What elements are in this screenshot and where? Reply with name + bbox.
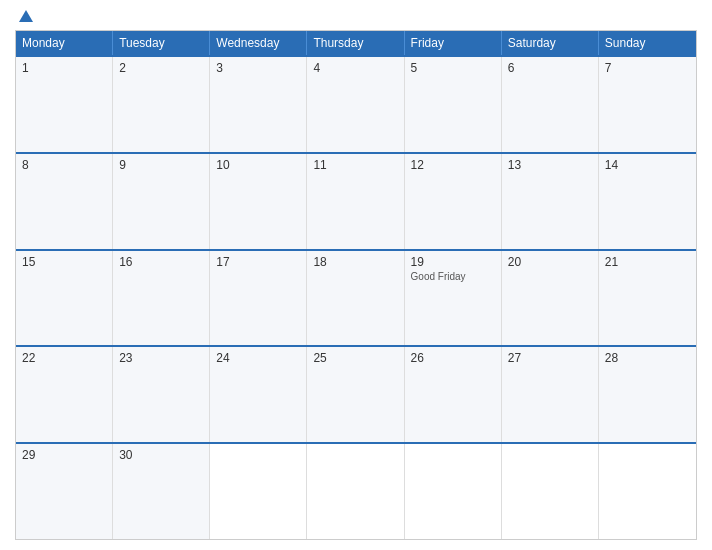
day-number: 16 bbox=[119, 255, 203, 269]
day-number: 28 bbox=[605, 351, 690, 365]
day-header-monday: Monday bbox=[16, 31, 113, 55]
cal-cell: 29 bbox=[16, 444, 113, 539]
day-number: 27 bbox=[508, 351, 592, 365]
cal-cell: 4 bbox=[307, 57, 404, 152]
logo bbox=[15, 10, 33, 22]
cal-cell: 9 bbox=[113, 154, 210, 249]
day-header-tuesday: Tuesday bbox=[113, 31, 210, 55]
day-number: 19 bbox=[411, 255, 495, 269]
day-number: 9 bbox=[119, 158, 203, 172]
cal-cell: 28 bbox=[599, 347, 696, 442]
day-number: 4 bbox=[313, 61, 397, 75]
cal-cell: 3 bbox=[210, 57, 307, 152]
cal-cell: 1 bbox=[16, 57, 113, 152]
holiday-label: Good Friday bbox=[411, 271, 495, 282]
cal-cell: 25 bbox=[307, 347, 404, 442]
day-number: 11 bbox=[313, 158, 397, 172]
day-header-friday: Friday bbox=[405, 31, 502, 55]
cal-cell: 20 bbox=[502, 251, 599, 346]
week-row-4: 22232425262728 bbox=[16, 345, 696, 442]
cal-cell: 27 bbox=[502, 347, 599, 442]
day-number: 21 bbox=[605, 255, 690, 269]
day-number: 17 bbox=[216, 255, 300, 269]
day-number: 12 bbox=[411, 158, 495, 172]
cal-cell: 2 bbox=[113, 57, 210, 152]
week-row-2: 891011121314 bbox=[16, 152, 696, 249]
cal-cell: 30 bbox=[113, 444, 210, 539]
cal-cell bbox=[307, 444, 404, 539]
cal-cell: 10 bbox=[210, 154, 307, 249]
cal-cell bbox=[599, 444, 696, 539]
cal-cell: 17 bbox=[210, 251, 307, 346]
cal-cell bbox=[405, 444, 502, 539]
cal-cell: 11 bbox=[307, 154, 404, 249]
cal-cell: 15 bbox=[16, 251, 113, 346]
day-header-saturday: Saturday bbox=[502, 31, 599, 55]
day-number: 22 bbox=[22, 351, 106, 365]
day-number: 24 bbox=[216, 351, 300, 365]
day-number: 14 bbox=[605, 158, 690, 172]
day-number: 1 bbox=[22, 61, 106, 75]
day-number: 6 bbox=[508, 61, 592, 75]
day-header-thursday: Thursday bbox=[307, 31, 404, 55]
logo-triangle-icon bbox=[19, 10, 33, 22]
day-number: 3 bbox=[216, 61, 300, 75]
cal-cell bbox=[210, 444, 307, 539]
day-number: 5 bbox=[411, 61, 495, 75]
cal-cell: 14 bbox=[599, 154, 696, 249]
cal-cell: 22 bbox=[16, 347, 113, 442]
day-number: 8 bbox=[22, 158, 106, 172]
cal-cell: 24 bbox=[210, 347, 307, 442]
day-number: 30 bbox=[119, 448, 203, 462]
cal-cell: 23 bbox=[113, 347, 210, 442]
cal-cell bbox=[502, 444, 599, 539]
day-number: 20 bbox=[508, 255, 592, 269]
week-row-5: 2930 bbox=[16, 442, 696, 539]
cal-cell: 6 bbox=[502, 57, 599, 152]
header bbox=[15, 10, 697, 22]
day-number: 15 bbox=[22, 255, 106, 269]
calendar-body: 12345678910111213141516171819Good Friday… bbox=[16, 55, 696, 539]
day-number: 13 bbox=[508, 158, 592, 172]
cal-cell: 16 bbox=[113, 251, 210, 346]
cal-cell: 18 bbox=[307, 251, 404, 346]
cal-cell: 5 bbox=[405, 57, 502, 152]
cal-cell: 7 bbox=[599, 57, 696, 152]
day-number: 18 bbox=[313, 255, 397, 269]
day-number: 29 bbox=[22, 448, 106, 462]
day-number: 2 bbox=[119, 61, 203, 75]
calendar-header-row: MondayTuesdayWednesdayThursdayFridaySatu… bbox=[16, 31, 696, 55]
calendar: MondayTuesdayWednesdayThursdayFridaySatu… bbox=[15, 30, 697, 540]
day-number: 10 bbox=[216, 158, 300, 172]
day-number: 26 bbox=[411, 351, 495, 365]
week-row-1: 1234567 bbox=[16, 55, 696, 152]
logo-blue-text bbox=[15, 10, 33, 22]
day-number: 7 bbox=[605, 61, 690, 75]
cal-cell: 19Good Friday bbox=[405, 251, 502, 346]
day-number: 25 bbox=[313, 351, 397, 365]
cal-cell: 13 bbox=[502, 154, 599, 249]
day-header-wednesday: Wednesday bbox=[210, 31, 307, 55]
cal-cell: 8 bbox=[16, 154, 113, 249]
page: MondayTuesdayWednesdayThursdayFridaySatu… bbox=[0, 0, 712, 550]
day-number: 23 bbox=[119, 351, 203, 365]
week-row-3: 1516171819Good Friday2021 bbox=[16, 249, 696, 346]
cal-cell: 26 bbox=[405, 347, 502, 442]
day-header-sunday: Sunday bbox=[599, 31, 696, 55]
cal-cell: 12 bbox=[405, 154, 502, 249]
cal-cell: 21 bbox=[599, 251, 696, 346]
